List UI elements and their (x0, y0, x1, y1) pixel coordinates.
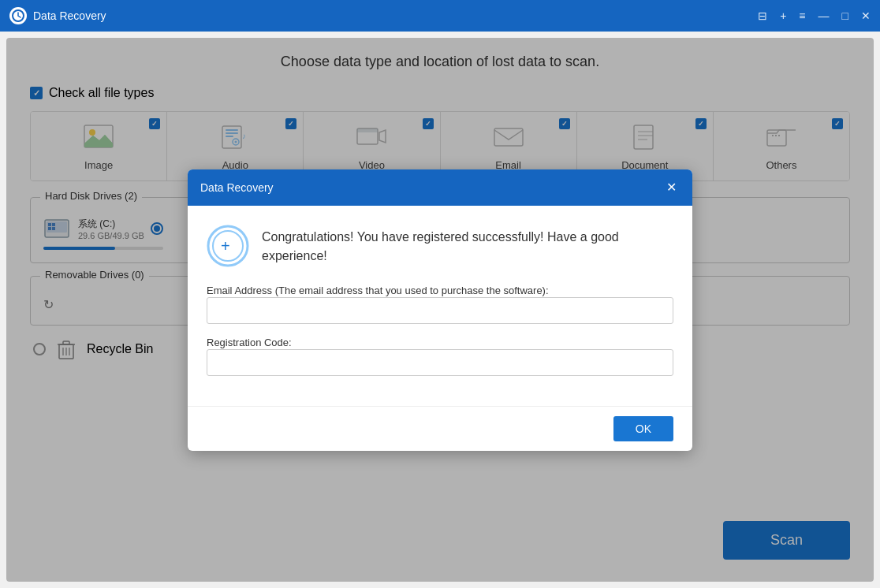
modal-ok-button[interactable]: OK (613, 416, 673, 441)
modal-title: Data Recovery (200, 181, 274, 194)
app-logo (9, 7, 27, 24)
menu-icon[interactable]: ≡ (799, 9, 805, 22)
modal-close-button[interactable]: ✕ (662, 179, 680, 196)
close-icon[interactable]: ✕ (861, 9, 871, 22)
chat-icon[interactable]: ⊟ (758, 9, 767, 22)
title-bar: Data Recovery ⊟ + ≡ — □ ✕ (0, 0, 880, 32)
app-title: Data Recovery (33, 9, 758, 22)
email-field-label: Email Address (The email address that yo… (207, 285, 549, 296)
modal-success-row: + Congratulations! You have registered s… (207, 225, 673, 267)
main-content: Choose data type and location of lost da… (6, 38, 874, 582)
modal-overlay: Data Recovery ✕ + Congratulations! You h… (6, 38, 874, 582)
reg-code-label: Registration Code: (207, 337, 292, 348)
modal-body: + Congratulations! You have registered s… (188, 206, 692, 406)
success-icon: + (207, 225, 249, 267)
svg-text:+: + (221, 237, 230, 255)
reg-code-input[interactable] (207, 349, 673, 376)
window-controls: ⊟ + ≡ — □ ✕ (758, 9, 871, 22)
minimize-icon[interactable]: — (818, 9, 830, 22)
maximize-icon[interactable]: □ (842, 9, 848, 22)
modal-footer: OK (188, 406, 692, 451)
modal-header: Data Recovery ✕ (188, 169, 692, 206)
registration-modal: Data Recovery ✕ + Congratulations! You h… (188, 169, 692, 451)
email-input[interactable] (207, 297, 673, 324)
plus-icon[interactable]: + (780, 9, 786, 22)
modal-success-message: Congratulations! You have registered suc… (262, 225, 673, 266)
